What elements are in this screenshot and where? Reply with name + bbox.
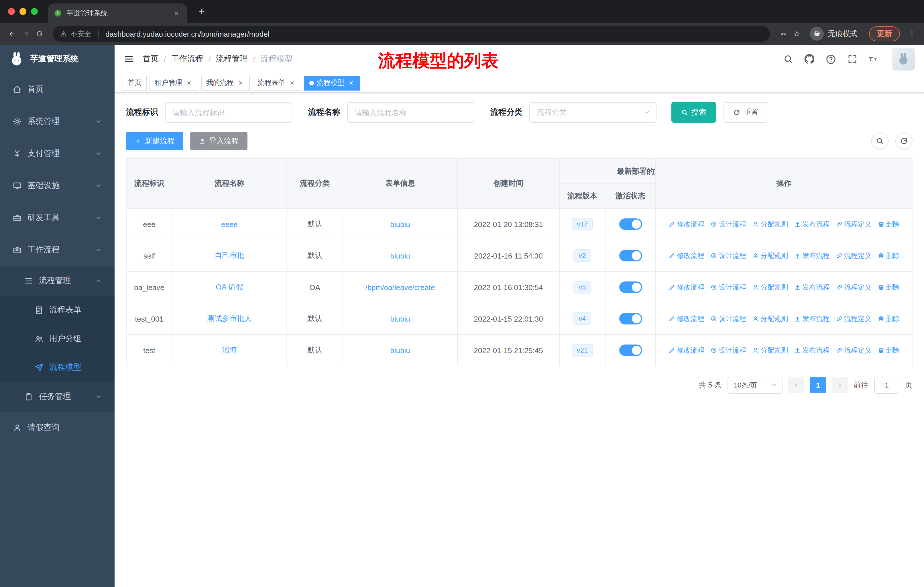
reset-button[interactable]: 重置 xyxy=(723,102,768,123)
sidebar-item-infrastructure[interactable]: 基础设施 xyxy=(0,170,115,202)
process-definition-action[interactable]: 流程定义 xyxy=(835,314,871,324)
window-minimize-button[interactable] xyxy=(20,8,26,15)
status-toggle[interactable] xyxy=(619,281,642,293)
tag-close-icon[interactable] xyxy=(185,79,193,87)
category-select[interactable]: 流程分类 xyxy=(529,102,657,123)
sidebar-item-system[interactable]: 系统管理 xyxy=(0,106,115,137)
current-page-button[interactable]: 1 xyxy=(810,377,826,393)
process-name-link[interactable]: 测试多审批人 xyxy=(207,314,252,323)
publish-process-action[interactable]: 发布流程 xyxy=(794,251,830,261)
form-info-link[interactable]: /bpm/oa/leave/create xyxy=(365,283,435,291)
refresh-table-button[interactable] xyxy=(895,132,912,150)
design-process-action[interactable]: 设计流程 xyxy=(710,282,746,292)
process-name-link[interactable]: 自己审批 xyxy=(214,251,244,260)
assign-rule-action[interactable]: 分配规则 xyxy=(752,314,788,324)
back-button[interactable] xyxy=(7,29,17,39)
edit-process-action[interactable]: 修改流程 xyxy=(668,251,704,261)
delete-process-action[interactable]: 删除 xyxy=(877,251,900,261)
design-process-action[interactable]: 设计流程 xyxy=(710,346,746,355)
window-close-button[interactable] xyxy=(8,8,15,15)
publish-process-action[interactable]: 发布流程 xyxy=(794,282,830,292)
form-info-link[interactable]: biubiu xyxy=(390,314,410,323)
delete-process-action[interactable]: 删除 xyxy=(877,282,900,292)
sidebar-item-process-form[interactable]: 流程表单 xyxy=(0,296,115,324)
breadcrumb-item-process-mgmt[interactable]: 流程管理 xyxy=(216,54,248,64)
tag-process-form[interactable]: 流程表单 xyxy=(252,75,301,90)
fullscreen-icon[interactable] xyxy=(847,54,858,64)
sidebar-toggle-icon[interactable] xyxy=(124,54,134,64)
update-button[interactable]: 更新 xyxy=(869,26,900,41)
process-name-link[interactable]: OA 请假 xyxy=(216,283,243,291)
status-toggle[interactable] xyxy=(619,313,642,324)
address-bar[interactable]: 不安全 dashboard.yudao.iocoder.cn/bpm/manag… xyxy=(53,26,770,42)
prev-page-button[interactable] xyxy=(788,377,804,393)
tag-tenant-mgmt[interactable]: 租户管理 xyxy=(150,75,198,90)
new-tab-button[interactable] xyxy=(195,5,208,18)
assign-rule-action[interactable]: 分配规则 xyxy=(752,346,788,355)
window-zoom-button[interactable] xyxy=(31,8,38,15)
delete-process-action[interactable]: 删除 xyxy=(877,219,900,229)
search-icon[interactable] xyxy=(783,54,794,64)
sidebar-item-home[interactable]: 首页 xyxy=(0,73,115,106)
tag-close-icon[interactable] xyxy=(347,79,355,87)
publish-process-action[interactable]: 发布流程 xyxy=(794,346,830,355)
tag-close-icon[interactable] xyxy=(288,79,296,87)
help-icon[interactable] xyxy=(825,54,837,64)
design-process-action[interactable]: 设计流程 xyxy=(710,314,746,324)
assign-rule-action[interactable]: 分配规则 xyxy=(752,282,788,292)
tag-close-icon[interactable] xyxy=(237,79,244,87)
process-name-link[interactable]: 滔博 xyxy=(222,346,237,354)
design-process-action[interactable]: 设计流程 xyxy=(710,219,746,229)
tag-home[interactable]: 首页 xyxy=(122,75,147,90)
assign-rule-action[interactable]: 分配规则 xyxy=(752,219,788,229)
sidebar-item-leave-query[interactable]: 请假查询 xyxy=(0,412,115,444)
process-definition-action[interactable]: 流程定义 xyxy=(835,251,871,261)
reload-button[interactable] xyxy=(35,29,45,39)
sidebar-item-payment[interactable]: 支付管理 xyxy=(0,137,115,170)
process-definition-action[interactable]: 流程定义 xyxy=(835,346,871,355)
sidebar-item-process-mgmt[interactable]: 流程管理 xyxy=(0,266,115,296)
publish-process-action[interactable]: 发布流程 xyxy=(794,219,830,229)
create-process-button[interactable]: 新建流程 xyxy=(126,132,183,150)
avatar[interactable] xyxy=(892,48,915,71)
status-toggle[interactable] xyxy=(619,344,642,356)
sidebar-item-process-model[interactable]: 流程模型 xyxy=(0,353,115,382)
status-toggle[interactable] xyxy=(619,250,642,261)
browser-tab[interactable]: 芋道管理系统 xyxy=(48,3,187,23)
github-icon[interactable] xyxy=(804,54,815,64)
breadcrumb-item-home[interactable]: 首页 xyxy=(143,54,159,64)
breadcrumb-item-workflow[interactable]: 工作流程 xyxy=(171,54,203,64)
delete-process-action[interactable]: 删除 xyxy=(877,346,900,355)
edit-process-action[interactable]: 修改流程 xyxy=(668,346,704,355)
process-name-input[interactable] xyxy=(347,102,474,123)
toggle-search-button[interactable] xyxy=(871,132,888,150)
bookmark-star-icon[interactable] xyxy=(792,29,802,39)
sidebar-item-task-mgmt[interactable]: 任务管理 xyxy=(0,382,115,412)
browser-menu-icon[interactable] xyxy=(907,29,917,39)
next-page-button[interactable] xyxy=(832,377,848,393)
sidebar-item-workflow[interactable]: 工作流程 xyxy=(0,234,115,266)
import-process-button[interactable]: 导入流程 xyxy=(190,132,248,150)
assign-rule-action[interactable]: 分配规则 xyxy=(752,251,788,261)
edit-process-action[interactable]: 修改流程 xyxy=(668,282,704,292)
sidebar-item-user-group[interactable]: 用户分组 xyxy=(0,324,115,353)
form-info-link[interactable]: biubiu xyxy=(390,346,410,355)
page-size-select[interactable]: 10条/页 xyxy=(728,377,782,394)
publish-process-action[interactable]: 发布流程 xyxy=(794,314,830,324)
sidebar-item-devtools[interactable]: 研发工具 xyxy=(0,202,115,234)
process-definition-action[interactable]: 流程定义 xyxy=(835,219,871,229)
process-name-link[interactable]: eeee xyxy=(221,220,238,228)
process-definition-action[interactable]: 流程定义 xyxy=(835,282,871,292)
goto-page-input[interactable] xyxy=(874,377,899,394)
form-info-link[interactable]: biubiu xyxy=(390,251,410,260)
delete-process-action[interactable]: 删除 xyxy=(877,314,900,324)
design-process-action[interactable]: 设计流程 xyxy=(710,251,746,261)
process-key-input[interactable] xyxy=(165,102,292,123)
key-icon[interactable] xyxy=(778,29,788,39)
tab-close-icon[interactable] xyxy=(172,8,181,18)
font-size-icon[interactable]: TT xyxy=(868,54,879,64)
edit-process-action[interactable]: 修改流程 xyxy=(668,314,704,324)
forward-button[interactable] xyxy=(21,29,31,39)
tag-process-model[interactable]: 流程模型 xyxy=(304,75,360,90)
search-button[interactable]: 搜索 xyxy=(672,102,716,123)
